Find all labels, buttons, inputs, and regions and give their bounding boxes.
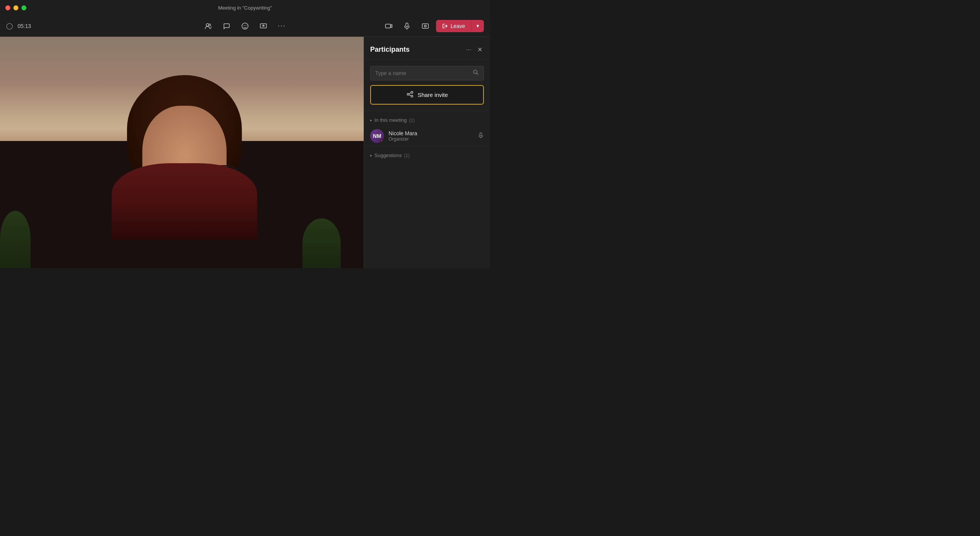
share-invite-icon	[406, 90, 414, 99]
search-input[interactable]	[375, 70, 470, 76]
leave-button[interactable]: Leave	[436, 20, 472, 32]
avatar-initials: NM	[373, 133, 381, 139]
toolbar-left: ◯ 05:13	[6, 22, 31, 30]
participant-mic-icon	[478, 132, 484, 140]
panel-content: Share invite	[364, 60, 490, 111]
participant-info: Nicole Mara Organizer	[389, 130, 473, 142]
toolbar-center: ···	[201, 18, 289, 34]
toolbar: ◯ 05:13	[0, 15, 490, 37]
reactions-button[interactable]	[237, 18, 253, 34]
video-settings-button[interactable]	[418, 18, 433, 34]
window-controls	[5, 5, 26, 10]
suggestions-title: Suggestions	[374, 152, 402, 158]
svg-point-10	[424, 25, 426, 27]
panel-more-button[interactable]: ···	[465, 45, 473, 55]
in-meeting-section: ▸ In this meeting (1) NM Nicole Mara Org…	[364, 114, 490, 146]
svg-rect-9	[422, 24, 428, 28]
leave-button-group[interactable]: Leave ▼	[436, 20, 484, 32]
suggestions-chevron: ▸	[370, 153, 372, 157]
panel-close-button[interactable]: ✕	[476, 44, 484, 55]
chat-button[interactable]	[219, 18, 234, 34]
svg-point-4	[246, 25, 247, 26]
svg-rect-7	[406, 23, 408, 27]
person-face	[119, 75, 250, 240]
mic-button[interactable]	[399, 18, 415, 34]
svg-point-13	[411, 95, 413, 97]
share-invite-button[interactable]: Share invite	[370, 85, 484, 105]
minimize-window-button[interactable]	[13, 5, 18, 10]
participants-panel: Participants ··· ✕	[364, 37, 490, 268]
participant-name: Nicole Mara	[389, 130, 473, 136]
body-element	[112, 163, 257, 240]
plant-left	[0, 211, 31, 268]
meeting-timer: 05:13	[18, 23, 31, 29]
video-background	[0, 37, 364, 268]
in-meeting-chevron: ▸	[370, 118, 372, 122]
status-icon: ◯	[6, 22, 13, 30]
in-meeting-title: In this meeting	[374, 117, 407, 123]
video-area	[0, 37, 364, 268]
svg-rect-15	[480, 133, 482, 136]
search-field[interactable]	[370, 66, 484, 80]
panel-divider-1	[364, 111, 490, 111]
participant-avatar: NM	[370, 129, 384, 143]
participant-item[interactable]: NM Nicole Mara Organizer	[364, 126, 490, 146]
main-area: Participants ··· ✕	[0, 37, 490, 268]
search-icon	[473, 69, 479, 77]
share-invite-label: Share invite	[418, 92, 448, 98]
suggestions-count: (1)	[404, 153, 410, 158]
panel-header-actions: ··· ✕	[465, 44, 484, 55]
in-meeting-header[interactable]: ▸ In this meeting (1)	[364, 114, 490, 126]
plant-right	[302, 218, 341, 268]
maximize-window-button[interactable]	[21, 5, 26, 10]
svg-point-3	[244, 25, 245, 26]
svg-point-14	[407, 93, 409, 95]
svg-point-0	[206, 23, 209, 26]
status-dot	[380, 139, 384, 143]
leave-chevron-button[interactable]: ▼	[472, 20, 484, 32]
close-window-button[interactable]	[5, 5, 10, 10]
people-button[interactable]	[201, 18, 216, 34]
title-bar: Meeting in "Copywriting"	[0, 0, 490, 15]
suggestions-section: ▸ Suggestions (1)	[364, 149, 490, 161]
window-title: Meeting in "Copywriting"	[218, 5, 272, 11]
panel-divider-2	[364, 146, 490, 146]
more-button[interactable]: ···	[274, 18, 289, 34]
panel-title: Participants	[370, 46, 410, 54]
participant-role: Organizer	[389, 136, 473, 142]
toolbar-right: Leave ▼	[381, 18, 484, 34]
share-screen-button[interactable]	[256, 18, 271, 34]
suggestions-header[interactable]: ▸ Suggestions (1)	[364, 149, 490, 161]
camera-button[interactable]	[381, 18, 396, 34]
svg-rect-6	[385, 24, 390, 28]
panel-header: Participants ··· ✕	[364, 37, 490, 60]
in-meeting-count: (1)	[409, 118, 415, 123]
svg-point-12	[411, 92, 413, 93]
